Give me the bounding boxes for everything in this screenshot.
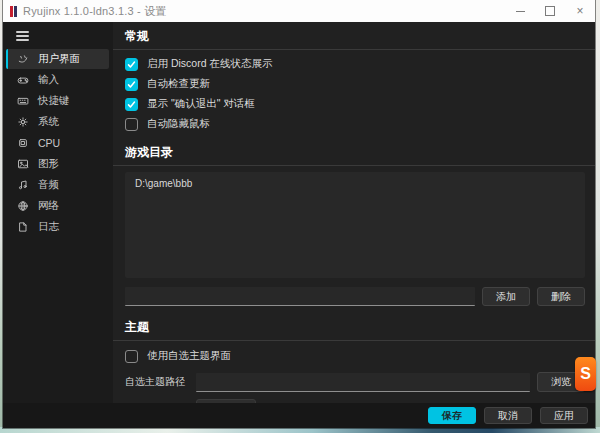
directory-path-input[interactable] bbox=[125, 287, 475, 306]
list-item-directory[interactable]: D:\game\bbb bbox=[135, 178, 575, 189]
checkbox-row-hide-cursor: 自动隐藏鼠标 bbox=[125, 114, 595, 134]
close-icon: × bbox=[576, 5, 583, 17]
sidebar-item-audio[interactable]: 音频 bbox=[6, 175, 109, 195]
ryujinx-logo-icon bbox=[10, 6, 17, 17]
sidebar-item-label: 用户界面 bbox=[38, 52, 80, 66]
sidebar-item-user-interface[interactable]: 用户界面 bbox=[6, 49, 109, 69]
checkbox-row-confirm-exit: 显示 "确认退出" 对话框 bbox=[125, 94, 595, 114]
remove-directory-button[interactable]: 删除 bbox=[537, 287, 585, 306]
hide-cursor-checkbox[interactable] bbox=[125, 118, 138, 131]
close-button[interactable]: × bbox=[565, 0, 595, 22]
sidebar-item-label: 输入 bbox=[38, 73, 59, 87]
checkbox-label: 自动检查更新 bbox=[147, 77, 210, 91]
theme-path-input[interactable] bbox=[196, 373, 530, 392]
sidebar-item-label: 网络 bbox=[38, 199, 59, 213]
gamepad-icon bbox=[17, 74, 29, 86]
checkbox-row-updates: 自动检查更新 bbox=[125, 74, 595, 94]
checkbox-label: 启用 Discord 在线状态展示 bbox=[147, 57, 272, 71]
sidebar-item-label: 图形 bbox=[38, 157, 59, 171]
custom-theme-checkbox[interactable] bbox=[125, 350, 138, 363]
ime-floating-icon[interactable]: S bbox=[575, 357, 596, 391]
sidebar-item-label: 音频 bbox=[38, 178, 59, 192]
game-directories-heading: 游戏目录 bbox=[113, 138, 595, 166]
sidebar-item-input[interactable]: 输入 bbox=[6, 70, 109, 90]
sidebar-item-system[interactable]: 系统 bbox=[6, 112, 109, 132]
checkbox-row-custom-theme: 使用自选主题界面 bbox=[125, 346, 595, 366]
check-updates-checkbox[interactable] bbox=[125, 78, 138, 91]
gear-icon bbox=[17, 116, 29, 128]
keyboard-icon bbox=[17, 95, 29, 107]
general-heading: 常规 bbox=[113, 22, 595, 50]
titlebar[interactable]: Ryujinx 1.1.0-ldn3.1.3 - 设置 × bbox=[3, 0, 595, 22]
sidebar-item-logging[interactable]: 日志 bbox=[6, 217, 109, 237]
globe-icon bbox=[17, 200, 29, 212]
window-controls: × bbox=[505, 0, 595, 22]
theme-heading: 主题 bbox=[113, 313, 595, 341]
confirm-exit-checkbox[interactable] bbox=[125, 98, 138, 111]
minimize-button[interactable] bbox=[505, 0, 535, 22]
sidebar-item-label: 快捷键 bbox=[38, 94, 70, 108]
directory-input-row: 添加 删除 bbox=[125, 287, 585, 306]
save-button[interactable]: 保存 bbox=[428, 407, 476, 424]
cancel-button[interactable]: 取消 bbox=[484, 407, 532, 424]
theme-path-label: 自选主题路径 bbox=[125, 375, 189, 389]
add-directory-button[interactable]: 添加 bbox=[482, 287, 530, 306]
image-icon bbox=[17, 158, 29, 170]
maximize-icon bbox=[545, 6, 555, 16]
sidebar-item-cpu[interactable]: CPU bbox=[6, 133, 109, 153]
checkbox-label: 显示 "确认退出" 对话框 bbox=[147, 97, 255, 111]
apply-button[interactable]: 应用 bbox=[540, 407, 588, 424]
sidebar-item-label: 系统 bbox=[38, 115, 59, 129]
hamburger-menu-icon[interactable] bbox=[16, 31, 29, 41]
game-directories-list[interactable]: D:\game\bbb bbox=[125, 172, 585, 278]
checkbox-label: 使用自选主题界面 bbox=[147, 349, 231, 363]
settings-window: Ryujinx 1.1.0-ldn3.1.3 - 设置 × 用户界面 输入 快捷… bbox=[3, 0, 595, 428]
sidebar-item-graphics[interactable]: 图形 bbox=[6, 154, 109, 174]
sidebar-item-label: 日志 bbox=[38, 220, 59, 234]
maximize-button[interactable] bbox=[535, 0, 565, 22]
document-icon bbox=[17, 221, 29, 233]
cpu-icon bbox=[17, 137, 29, 149]
settings-content: 常规 启用 Discord 在线状态展示 自动检查更新 显示 "确认退出" 对话… bbox=[113, 22, 595, 403]
window-title: Ryujinx 1.1.0-ldn3.1.3 - 设置 bbox=[23, 4, 167, 19]
discord-presence-checkbox[interactable] bbox=[125, 58, 138, 71]
music-note-icon bbox=[17, 179, 29, 191]
footer-bar: 保存 取消 应用 bbox=[3, 403, 595, 428]
checkbox-row-discord: 启用 Discord 在线状态展示 bbox=[125, 54, 595, 74]
sidebar-item-network[interactable]: 网络 bbox=[6, 196, 109, 216]
sidebar: 用户界面 输入 快捷键 系统 CPU 图形 音频 网络 bbox=[3, 22, 113, 428]
sidebar-item-label: CPU bbox=[38, 137, 60, 149]
minimize-icon bbox=[516, 11, 525, 12]
sidebar-item-hotkeys[interactable]: 快捷键 bbox=[6, 91, 109, 111]
checkbox-label: 自动隐藏鼠标 bbox=[147, 117, 210, 131]
theme-path-row: 自选主题路径 浏览 bbox=[125, 372, 585, 392]
smiley-icon bbox=[17, 53, 29, 65]
